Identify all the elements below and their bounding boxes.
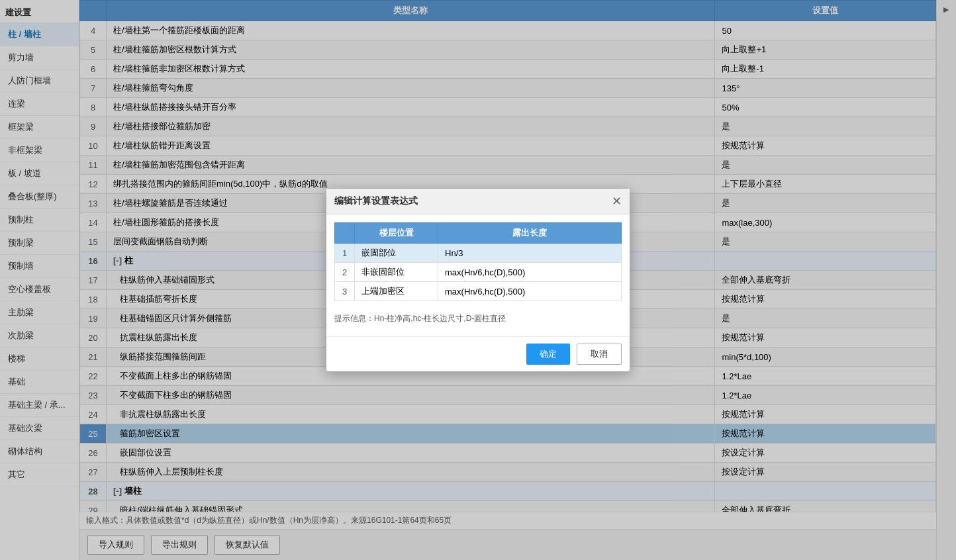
modal-title: 编辑计算设置表达式 — [334, 195, 418, 207]
modal-row-position: 嵌固部位 — [355, 244, 438, 263]
modal-body: 楼层位置 露出长度 1嵌固部位2非嵌固部位3上端加密区 提示信息：Hn-柱净高,… — [326, 214, 630, 336]
expression-editor-modal: 编辑计算设置表达式 ✕ 楼层位置 露出长度 1嵌固部位2非嵌固部位3上端加密区 … — [326, 188, 630, 372]
modal-col-position: 楼层位置 — [355, 223, 438, 244]
modal-row-length — [438, 282, 622, 301]
modal-expression-table: 楼层位置 露出长度 1嵌固部位2非嵌固部位3上端加密区 — [334, 222, 622, 301]
modal-confirm-button[interactable]: 确定 — [526, 344, 570, 365]
modal-row-length-input[interactable] — [445, 267, 614, 277]
modal-footer: 确定 取消 — [326, 336, 630, 371]
modal-row-num: 1 — [335, 244, 355, 263]
modal-overlay: 编辑计算设置表达式 ✕ 楼层位置 露出长度 1嵌固部位2非嵌固部位3上端加密区 … — [0, 0, 956, 560]
modal-close-button[interactable]: ✕ — [612, 194, 622, 209]
modal-table-row: 1嵌固部位 — [335, 244, 622, 263]
modal-table-row: 3上端加密区 — [335, 282, 622, 301]
modal-row-length — [438, 263, 622, 282]
modal-table-row: 2非嵌固部位 — [335, 263, 622, 282]
modal-row-num: 3 — [335, 282, 355, 301]
modal-header: 编辑计算设置表达式 ✕ — [326, 189, 630, 214]
modal-row-length-input[interactable] — [445, 287, 614, 297]
modal-row-length-input[interactable] — [445, 248, 614, 258]
modal-col-num — [335, 223, 355, 244]
modal-row-position: 非嵌固部位 — [355, 263, 438, 282]
modal-row-position: 上端加密区 — [355, 282, 438, 301]
modal-row-length — [438, 244, 622, 263]
modal-col-length: 露出长度 — [438, 223, 622, 244]
modal-row-num: 2 — [335, 263, 355, 282]
modal-hint: 提示信息：Hn-柱净高,hc-柱长边尺寸,D-圆柱直径 — [334, 309, 622, 328]
modal-cancel-button[interactable]: 取消 — [577, 344, 622, 365]
